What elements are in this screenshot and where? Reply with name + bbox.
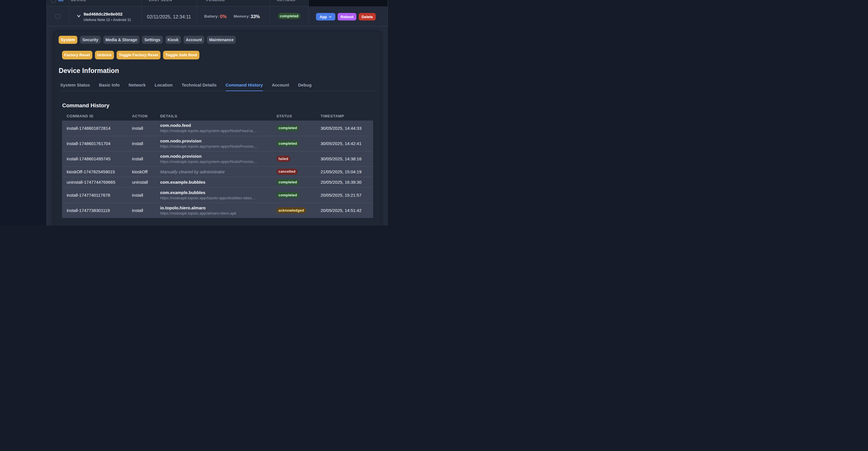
ch-action: kioskOff [132,169,160,174]
ch-col-status: STATUS [276,114,320,121]
info-tab-system-status[interactable]: System Status [60,80,90,91]
info-tab-basic-info[interactable]: Basic Info [99,80,120,91]
ch-detail-name: com.nodo.feed [160,123,276,128]
ch-status-cell: cancelled [276,169,320,175]
category-tab-media-storage[interactable]: Media & Storage [103,36,140,44]
command-history-row: install-1747740117678installcom.example.… [62,187,373,203]
sidebar-backdrop [0,0,46,226]
ch-col-details: DETAILS [160,114,276,121]
ch-command-id: install-1747740117678 [62,193,132,197]
ch-command-id: install-1747738301119 [62,208,132,213]
header-pending-col: PENDING [196,0,270,6]
ch-col-timestamp: TIMESTAMP [320,114,373,121]
ch-details: com.example.bubbleshttps://nodoapk.topol… [160,190,276,200]
table-header-row: All DEVICE LAST SEEN PENDING ACTIONS [47,0,388,6]
category-tabs: SystemSecurityMedia & StorageSettingsKio… [59,36,236,44]
system-action-factory-reset[interactable]: Factory Reset [62,51,92,59]
ch-action: install [132,156,160,161]
device-subtitle: Ulefone Note 12 • Android 11 [84,18,131,22]
ch-action: install [132,193,160,197]
ch-detail-url: https://nodoapk.topolo.app/topolo-apps/b… [160,195,276,200]
device-row: 9ad468dc29e8e002 Ulefone Note 12 • Andro… [47,6,388,26]
ch-detail-note: Manually cleared by administrator [160,169,276,174]
header-last-seen-col: LAST SEEN [142,0,197,6]
command-history-row: kioskOff-1747825459015kioskOffManually c… [62,166,373,177]
ch-command-id: install-1748601495745 [62,156,132,161]
expand-chevron-icon[interactable] [77,14,81,18]
ch-timestamp: 20/05/2025, 16:39:30 [320,180,373,185]
ch-action: install [132,141,160,146]
ch-col-action: ACTION [132,114,160,121]
category-tab-security[interactable]: Security [80,36,100,44]
ch-detail-url: https://nodoapk.topolo.app/system-apps/N… [160,159,276,164]
command-history-row: install-1748601495745installcom.nodo.pro… [62,151,373,166]
pending-status-cell: completed [270,6,308,26]
info-tab-debug[interactable]: Debug [298,80,312,91]
ch-detail-name: com.example.bubbles [160,180,276,185]
ch-timestamp: 21/05/2025, 15:04:19 [320,169,373,174]
system-action-unbrick[interactable]: Unbrick [95,51,114,59]
header-device-col: DEVICE [69,0,142,6]
device-text-block: 9ad468dc29e8e002 Ulefone Note 12 • Andro… [84,11,131,22]
device-detail-card: SystemSecurityMedia & StorageSettingsKio… [54,31,381,226]
ch-details: com.example.bubbles [160,180,276,185]
category-tab-settings[interactable]: Settings [142,36,162,44]
select-all-checkbox[interactable] [51,0,56,3]
info-tab-command-history[interactable]: Command History [226,80,263,91]
ch-timestamp: 20/05/2025, 15:21:57 [320,193,373,197]
device-actions-cell: App Reboot Delete [308,6,388,26]
app-dropdown-button[interactable]: App [316,13,335,21]
delete-button[interactable]: Delete [359,13,376,21]
ch-command-id: install-1748601872814 [62,126,132,131]
system-action-toggle-safe-boot[interactable]: Toggle Safe Boot [163,51,199,59]
category-tab-kiosk[interactable]: Kiosk [165,36,181,44]
category-tab-account[interactable]: Account [184,36,204,44]
ch-timestamp: 30/05/2025, 14:38:16 [320,156,373,161]
ch-status-badge: completed [276,125,299,131]
category-tab-system[interactable]: System [59,36,78,44]
category-tab-maintenance[interactable]: Maintenance [207,36,236,44]
ch-detail-name: io.topolo.hiero.almaro [160,205,276,211]
memory-label: Memory: [234,14,250,19]
ch-detail-url: https://nodoapk.topolo.app/system-apps/N… [160,144,276,149]
last-seen-value: 02/11/2025, 12:34:11 [147,14,191,20]
section-title: Device Information [59,67,119,75]
ch-status-cell: failed [276,156,320,162]
ch-status-badge: acknowledged [276,207,306,214]
device-row-checkbox[interactable] [55,14,60,19]
reboot-button[interactable]: Reboot [338,13,356,21]
command-history-row: install-1747738301119installio.topolo.hi… [62,203,373,218]
ch-status-cell: completed [276,140,320,147]
info-tab-location[interactable]: Location [155,80,173,91]
command-history-table: COMMAND IDACTIONDETAILSSTATUSTIMESTAMP i… [62,113,373,218]
command-history-row: install-1748601872814installcom.nodo.fee… [62,121,373,136]
command-history-body: install-1748601872814installcom.nodo.fee… [62,121,373,218]
pending-cell: Battery: 0% Memory: 33% [196,6,270,26]
header-select-cell: All [47,0,69,6]
command-history-title: Command History [62,102,110,109]
header-actions-col: ACTIONS [270,0,308,6]
ch-status-cell: completed [276,125,320,131]
ch-details: Manually cleared by administrator [160,169,276,174]
device-select-cell [47,6,69,26]
ch-status-badge: completed [276,140,299,147]
command-history-header: COMMAND IDACTIONDETAILSSTATUSTIMESTAMP [62,113,373,121]
system-action-toggle-factory-reset[interactable]: Toggle Factory Reset [117,51,160,59]
device-table: All DEVICE LAST SEEN PENDING ACTIONS 9ad… [46,0,388,226]
ch-details: io.topolo.hiero.almarohttps://nodoapk.to… [160,205,276,216]
info-tab-network[interactable]: Network [129,80,146,91]
ch-timestamp: 20/05/2025, 14:51:42 [320,208,373,213]
ch-detail-url: https://nodoapk.topolo.app/almaro-hiero.… [160,211,276,216]
info-tab-account[interactable]: Account [272,80,289,91]
ch-command-id: uninstall-1747744769665 [62,180,132,185]
select-all-label[interactable]: All [58,0,64,2]
info-tab-technical-details[interactable]: Technical Details [182,80,216,91]
battery-label: Battery: [204,14,219,19]
device-id: 9ad468dc29e8e002 [84,11,131,17]
command-history-row: uninstall-1747744769665uninstallcom.exam… [62,177,373,187]
last-seen-cell: 02/11/2025, 12:34:11 [142,6,197,26]
memory-value: 33% [251,14,260,19]
ch-status-badge: failed [276,156,290,162]
ch-status-cell: completed [276,179,320,185]
system-actions-row: Factory ResetUnbrickToggle Factory Reset… [62,51,200,59]
